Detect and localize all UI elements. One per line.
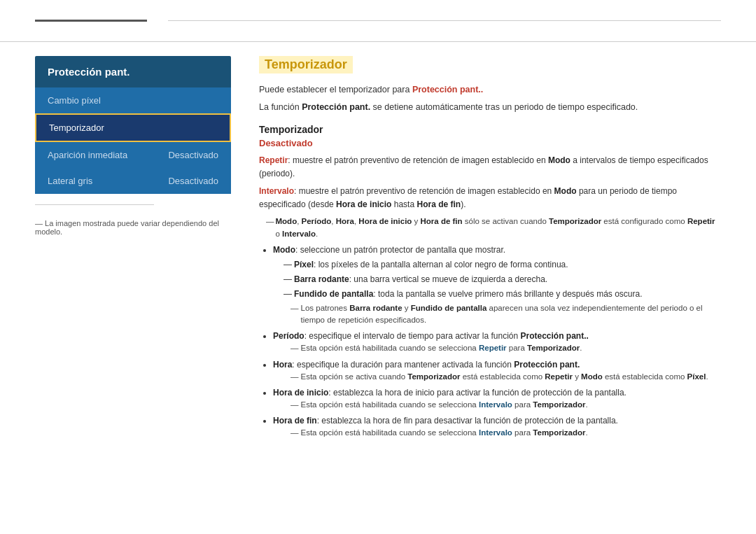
intro2-pre: La función xyxy=(259,102,302,112)
sidebar-item-label: Aparición inmediata xyxy=(48,150,127,160)
hora-inicio-label: Hora de inicio xyxy=(273,388,328,398)
sidebar-note: La imagen mostrada puede variar dependie… xyxy=(35,219,231,236)
sidebar-item-cambio-pixel[interactable]: Cambio píxel xyxy=(35,87,231,113)
note-hora-fin: Esta opción está habilitada cuando se se… xyxy=(273,427,721,439)
intervalo-modo: Modo xyxy=(554,186,577,196)
intervalo-hora-fin: Hora de fin xyxy=(416,199,461,209)
bullet-hora: Hora: especifique la duración para mante… xyxy=(273,358,721,383)
periodo-label: Período xyxy=(273,331,304,341)
sub-pixel: Píxel: los píxeles de la pantalla altern… xyxy=(284,258,721,271)
sidebar-item-value: Desactivado xyxy=(168,150,218,160)
content-area: Temporizador Puede establecer el tempori… xyxy=(259,56,721,443)
bullet-hora-fin: Hora de fin: establezca la hora de fin p… xyxy=(273,414,721,439)
content-title: Temporizador xyxy=(259,56,353,73)
note-modo-periodo: Modo, Período, Hora, Hora de inicio y Ho… xyxy=(259,216,721,240)
main-bullet-list: Modo: seleccione un patrón protector de … xyxy=(259,244,721,440)
bullet-modo: Modo: seleccione un patrón protector de … xyxy=(273,244,721,327)
sidebar-item-label: Cambio píxel xyxy=(48,95,101,106)
hora-proteccion: Protección pant. xyxy=(514,360,580,370)
sub-fundido: Fundido de pantalla: toda la pantalla se… xyxy=(284,288,721,300)
intervalo-label: Intervalo xyxy=(259,186,294,196)
sidebar-item-label: Lateral gris xyxy=(48,176,92,186)
intro-proteccion-link: Protección pant.. xyxy=(412,85,483,94)
para-repetir: Repetir: muestre el patrón preventivo de… xyxy=(259,154,721,181)
bullet-periodo: Período: especifique el intervalo de tie… xyxy=(273,330,721,354)
repetir-modo: Modo xyxy=(548,155,570,165)
note-hora-inicio: Esta opción está habilitada cuando se se… xyxy=(273,399,721,411)
intro2-post: se detiene automáticamente tras un perio… xyxy=(370,102,638,112)
sidebar-item-lateral[interactable]: Lateral gris Desactivado xyxy=(35,168,231,194)
sidebar-item-aparicion[interactable]: Aparición inmediata Desactivado xyxy=(35,142,231,168)
content-body: Repetir: muestre el patrón preventivo de… xyxy=(259,154,721,440)
main-container: Protección pant. Cambio píxel Temporizad… xyxy=(0,42,756,457)
bullet-hora-inicio: Hora de inicio: establezca la hora de in… xyxy=(273,386,721,411)
sidebar-header: Protección pant. xyxy=(35,56,231,87)
periodo-proteccion: Protección pant.. xyxy=(521,331,589,341)
top-bar xyxy=(0,0,756,42)
intervalo-hora-inicio: Hora de inicio xyxy=(336,199,391,209)
note-periodo: Esta opción está habilitada cuando se se… xyxy=(273,342,721,354)
top-bar-accent xyxy=(35,20,147,22)
sidebar: Protección pant. Cambio píxel Temporizad… xyxy=(35,56,231,443)
sidebar-item-label: Temporizador xyxy=(49,122,104,133)
sidebar-divider xyxy=(35,204,154,205)
para-intervalo: Intervalo: muestre el patrón preventivo … xyxy=(259,185,721,211)
sidebar-item-temporizador[interactable]: Temporizador xyxy=(35,113,231,142)
note-barra-fundido: Los patrones Barra rodante y Fundido de … xyxy=(273,302,721,327)
modo-label: Modo xyxy=(273,245,295,255)
top-bar-divider xyxy=(168,20,721,21)
intro-para-2: La función Protección pant. se detiene a… xyxy=(259,101,721,114)
intro-text-pre: Puede establecer el temporizador para xyxy=(259,85,412,94)
repetir-label: Repetir xyxy=(259,155,288,165)
intro-para-1: Puede establecer el temporizador para Pr… xyxy=(259,83,721,97)
note-hora: Esta opción se activa cuando Temporizado… xyxy=(273,371,721,383)
hora-label: Hora xyxy=(273,360,292,370)
section-title: Temporizador xyxy=(259,124,721,135)
status-label: Desactivado xyxy=(259,138,721,148)
sidebar-item-value: Desactivado xyxy=(168,176,218,186)
intro2-bold: Protección pant. xyxy=(302,102,370,112)
modo-sub-list: Píxel: los píxeles de la pantalla altern… xyxy=(273,258,721,300)
sub-barra: Barra rodante: una barra vertical se mue… xyxy=(284,273,721,286)
hora-fin-label: Hora de fin xyxy=(273,416,317,426)
